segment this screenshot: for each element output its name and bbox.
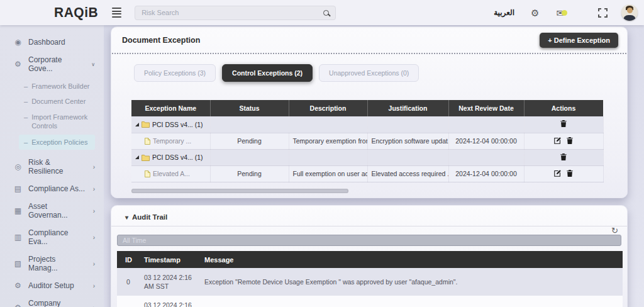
document-icon [145, 170, 150, 177]
sidebar-subitem-framework-builder[interactable]: – Framework Builder [24, 79, 104, 94]
sidebar: ◉ Dashboard ⚙ Corporate Gove... ∨ – Fram… [0, 25, 104, 307]
sidebar-item-label: Dashboard [28, 38, 65, 47]
audit-trail-panel: ▾ Audit Trail ↻ All Time ID Timestamp Me… [111, 205, 628, 307]
language-switch[interactable]: العربية [494, 8, 514, 17]
table-row-group[interactable]: PCI DSS v4... (1) [131, 116, 603, 133]
delete-button[interactable] [560, 120, 567, 127]
corporate-governance-icon: ⚙ [14, 60, 22, 69]
mail-icon[interactable]: ✉ [556, 8, 564, 18]
chevron-right-icon: › [93, 304, 95, 307]
chevron-right-icon: › [93, 260, 95, 267]
justification-cell: Encryption software updat... [367, 133, 448, 149]
audit-table: ID Timestamp Message 0 03 12 2024 2:16 A… [117, 251, 623, 307]
dashboard-icon: ◉ [14, 38, 22, 47]
column-header: Message [201, 251, 623, 268]
gear-icon[interactable]: ⚙ [531, 8, 539, 18]
asset-governance-icon: ▦ [14, 206, 22, 215]
tab-unapproved-exceptions[interactable]: Unapproved Exceptions (0) [319, 64, 419, 82]
delete-button[interactable] [560, 154, 567, 160]
sidebar-item-compliance-evaluation[interactable]: ▥ Compliance Eva... › [0, 224, 104, 250]
sidebar-item-label: Asset Governan... [28, 202, 87, 220]
table-row[interactable]: Elevated A... Pending Full exemption on … [131, 165, 603, 182]
audit-timestamp: 03 12 2024 2:16 AM SST [141, 268, 201, 296]
column-header: Exception Name [131, 100, 210, 116]
auditor-setup-icon: ⚙ [14, 281, 22, 290]
sidebar-item-risk-resilience[interactable]: ◎ Risk & Resilience › [0, 154, 104, 180]
top-bar: RAQiB العربية ⚙ ✉ [0, 0, 644, 25]
description-cell: Full exemption on user ac... [289, 165, 367, 182]
justification-cell: Elevated access required ... [367, 165, 448, 182]
audit-id: 1 [117, 296, 141, 307]
audit-row[interactable]: 1 03 12 2024 2:16 AM SST Exception "Remo… [117, 296, 623, 307]
group-name: PCI DSS v4... (1) [152, 154, 203, 161]
horizontal-scrollbar[interactable] [131, 189, 348, 193]
exception-tabs: Policy Exceptions (3) Control Exceptions… [134, 64, 627, 82]
compliance-assessment-icon: ▤ [14, 184, 22, 193]
column-header: Timestamp [141, 251, 201, 268]
edit-button[interactable] [554, 137, 561, 144]
table-header-row: Exception Name Status Description Justif… [131, 100, 603, 116]
document-icon [145, 138, 150, 145]
sidebar-item-compliance-assessment[interactable]: ▤ Compliance As... › [0, 180, 104, 198]
delete-button[interactable] [567, 170, 573, 177]
exception-name: Temporary ... [153, 137, 191, 145]
sidebar-item-label: Compliance As... [28, 184, 85, 193]
column-header: ID [117, 251, 141, 268]
corporate-governance-submenu: – Framework Builder – Document Center – … [0, 77, 104, 154]
sidebar-item-corporate-governance[interactable]: ⚙ Corporate Gove... ∨ [0, 51, 104, 77]
search-icon[interactable] [323, 10, 329, 16]
sidebar-subitem-import-framework-controls[interactable]: – Import Framework Controls [24, 109, 104, 134]
audit-message: Exception "Remote Device Usage Exemption… [201, 296, 623, 307]
collapse-chevron-icon[interactable]: ▾ [125, 214, 128, 221]
user-avatar[interactable] [621, 4, 638, 21]
table-row[interactable]: Temporary ... Pending Temporary exemptio… [131, 133, 603, 149]
table-row-group[interactable]: PCI DSS v4... (1) [131, 149, 603, 165]
group-name: PCI DSS v4... (1) [152, 121, 203, 128]
document-exception-panel: Document Exception + Define Exception Po… [111, 26, 628, 198]
sidebar-subitem-document-center[interactable]: – Document Center [24, 94, 104, 109]
fullscreen-icon[interactable] [598, 8, 608, 18]
sidebar-item-projects-management[interactable]: ▧ Projects Manag... › [0, 250, 104, 277]
status-cell: Pending [210, 133, 289, 149]
define-exception-button[interactable]: + Define Exception [540, 33, 618, 48]
sidebar-item-auditor-setup[interactable]: ⚙ Auditor Setup › [0, 277, 104, 294]
tab-policy-exceptions[interactable]: Policy Exceptions (3) [134, 64, 216, 82]
edit-icon [554, 170, 561, 177]
risk-search-box[interactable] [135, 6, 336, 20]
sidebar-item-label: Auditor Setup [28, 281, 74, 290]
column-header: Actions [524, 100, 603, 116]
sidebar-item-label: Risk & Resilience [28, 158, 87, 176]
sidebar-item-company-management[interactable]: ⚙ Company Mana... › [0, 294, 104, 307]
tab-control-exceptions[interactable]: Control Exceptions (2) [222, 64, 313, 82]
sidebar-item-label: Company Mana... [28, 299, 87, 307]
time-filter-select[interactable]: All Time [117, 235, 621, 246]
trash-icon [567, 170, 573, 177]
risk-search-input[interactable] [142, 9, 323, 16]
description-cell: Temporary exemption from ... [289, 133, 367, 149]
sidebar-item-asset-governance[interactable]: ▦ Asset Governan... › [0, 198, 104, 224]
divider [112, 53, 626, 54]
trash-icon [567, 137, 573, 144]
risk-resilience-icon: ◎ [14, 162, 22, 171]
mail-badge [562, 10, 567, 16]
compliance-evaluation-icon: ▥ [14, 233, 22, 242]
sidebar-subitem-exception-policies[interactable]: – Exception Policies [19, 135, 95, 150]
exception-name: Elevated A... [153, 170, 190, 177]
sidebar-item-dashboard[interactable]: ◉ Dashboard [0, 33, 104, 51]
chevron-right-icon: › [93, 186, 95, 193]
hamburger-menu-icon[interactable] [112, 8, 121, 18]
chevron-right-icon: › [93, 234, 95, 241]
refresh-icon[interactable]: ↻ [611, 226, 618, 235]
company-management-icon: ⚙ [14, 303, 22, 307]
audit-trail-title: Audit Trail [132, 213, 167, 221]
status-cell: Pending [210, 165, 289, 182]
sidebar-subitem-label: Import Framework Controls [31, 113, 96, 131]
collapse-triangle-icon[interactable] [135, 155, 139, 159]
collapse-triangle-icon[interactable] [135, 123, 139, 126]
audit-row[interactable]: 0 03 12 2024 2:16 AM SST Exception "Remo… [117, 268, 623, 296]
audit-trail-header[interactable]: ▾ Audit Trail [111, 206, 627, 226]
column-header: Justification [367, 100, 448, 116]
delete-button[interactable] [567, 137, 573, 144]
audit-message: Exception "Remote Device Usage Exemption… [201, 268, 623, 296]
edit-button[interactable] [554, 170, 561, 177]
